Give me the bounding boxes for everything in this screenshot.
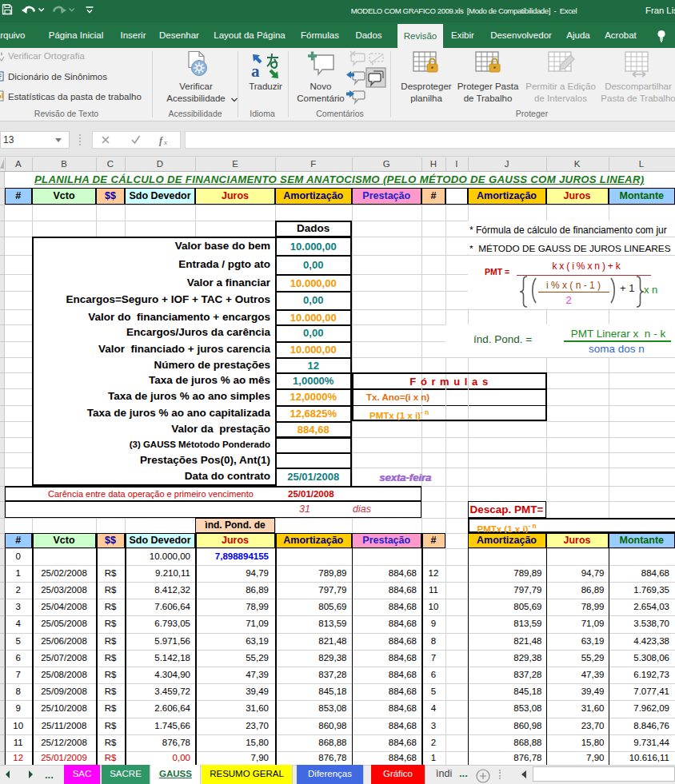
svg-text:a: a — [251, 62, 260, 81]
svg-text:...: ... — [45, 769, 54, 781]
svg-text:x: x — [163, 138, 167, 146]
